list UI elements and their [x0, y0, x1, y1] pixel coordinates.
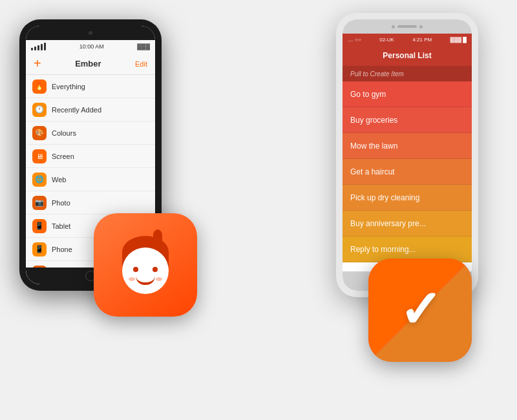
camera-dot [89, 31, 92, 35]
pull-to-create-bar[interactable]: Pull to Create Item [343, 66, 472, 81]
add-button[interactable]: + [34, 56, 41, 71]
list-item[interactable]: 🖥 Screen [26, 145, 155, 168]
screen-icon: 🖥 [32, 149, 47, 163]
todo-item[interactable]: Mow the lawn [343, 133, 472, 159]
right-carrier: 02-UK [379, 37, 394, 43]
todo-item[interactable]: Go to gym [343, 81, 472, 107]
left-phone-notch [26, 26, 155, 40]
signal-bar-2 [34, 47, 36, 50]
sensor-dot [419, 25, 423, 28]
todo-item-label: Pick up dry cleaning [350, 193, 419, 202]
right-battery: ▓▓▓ █ [450, 37, 467, 43]
right-time: 4:21 PM [412, 37, 432, 43]
list-item-label: Recently Added [52, 106, 101, 114]
front-camera [392, 25, 395, 28]
ember-app-icon[interactable] [94, 213, 197, 317]
colours-icon: 🎨 [32, 126, 47, 140]
check-app-icon[interactable]: ✓ [368, 258, 472, 362]
todo-list: Go to gym Buy groceries Mow the lawn Get… [343, 81, 472, 271]
left-status-bar: 10:00 AM ▓▓▓ [26, 40, 155, 53]
tablet-icon: 📱 [32, 219, 47, 233]
todo-item-label: Mow the lawn [350, 142, 397, 151]
todo-item[interactable]: Buy anniversary pre... [343, 211, 472, 236]
list-item-label: Web [52, 176, 66, 184]
ember-hair-tuft [153, 229, 162, 241]
todo-item[interactable]: Buy groceries [343, 107, 472, 133]
ember-left-cheek [129, 277, 135, 281]
ember-left-eye [133, 267, 138, 272]
todo-item-label: Go to gym [350, 90, 386, 99]
list-item-label: Everything [52, 83, 85, 90]
everything-icon: 🔥 [32, 79, 47, 94]
todo-item-label: Buy anniversary pre... [350, 219, 426, 228]
right-nav-bar: Personal List [343, 45, 472, 66]
recently-added-icon: 🕐 [32, 103, 47, 117]
signal-bar-4 [41, 44, 43, 50]
right-phone-notch [343, 19, 472, 34]
list-item-label: Screen [52, 152, 74, 160]
signal-bar-1 [31, 48, 33, 50]
ember-right-cheek [156, 277, 162, 281]
scene: 10:00 AM ▓▓▓ + Ember Edit 🔥 Everything 🕐… [0, 0, 517, 420]
check-background: ✓ [368, 258, 472, 362]
pull-to-create-label: Pull to Create Item [350, 70, 404, 78]
list-item[interactable]: 🎨 Colours [26, 121, 155, 145]
phone-icon: 📱 [32, 242, 47, 257]
list-item-label: Colours [52, 129, 76, 137]
list-item[interactable]: 🌐 Web [26, 168, 155, 191]
right-status-bar: .... ○○ 02-UK 4:21 PM ▓▓▓ █ [343, 34, 472, 45]
ember-face [116, 236, 174, 294]
ember-head [122, 247, 169, 294]
checkmark-symbol: ✓ [399, 284, 442, 336]
signal-bar-5 [44, 43, 46, 50]
list-item[interactable]: 🔥 Everything [26, 75, 155, 98]
app-title: Ember [75, 59, 101, 68]
list-item-label: Phone [52, 246, 72, 253]
list-item-label: Photo [52, 199, 70, 207]
ember-right-eye [153, 267, 158, 272]
right-signal: .... ○○ [348, 37, 361, 43]
list-item[interactable]: 📷 Photo [26, 191, 155, 215]
left-nav-bar: + Ember Edit [26, 53, 155, 75]
left-battery: ▓▓▓ [137, 43, 150, 50]
ember-smile [136, 276, 155, 285]
list-item-label: Tablet [52, 222, 70, 230]
web-icon: 🌐 [32, 173, 47, 187]
earpiece-speaker [397, 25, 417, 28]
signal-bars [31, 43, 46, 50]
photo-icon: 📷 [32, 196, 47, 210]
left-time: 10:00 AM [79, 43, 104, 50]
signal-bar-3 [37, 45, 39, 50]
right-phone: .... ○○ 02-UK 4:21 PM ▓▓▓ █ Personal Lis… [336, 13, 478, 297]
edit-button[interactable]: Edit [135, 60, 147, 68]
todo-item-label: Reply to morning... [350, 245, 416, 254]
personal-list-title: Personal List [383, 51, 431, 60]
todo-item[interactable]: Pick up dry cleaning [343, 185, 472, 211]
todo-item-label: Buy groceries [350, 116, 397, 125]
todo-item-label: Get a haircut [350, 167, 395, 176]
todo-item[interactable]: Get a haircut [343, 159, 472, 185]
list-item[interactable]: 🕐 Recently Added [26, 98, 155, 121]
